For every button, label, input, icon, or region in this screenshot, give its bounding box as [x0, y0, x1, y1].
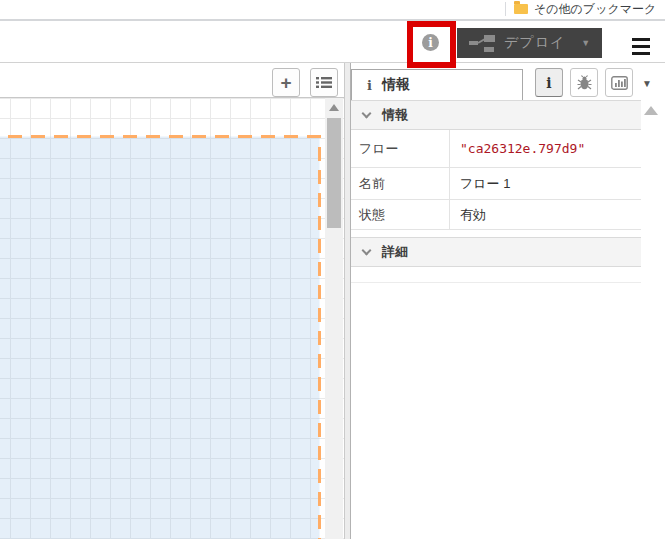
- node-red-editor: その他のブックマーク i デプロイ ▼ +: [0, 0, 665, 539]
- sidebar-info-button[interactable]: i: [535, 68, 563, 97]
- bar-chart-icon: [611, 76, 628, 90]
- browser-divider: [0, 19, 665, 21]
- sidebar-debug-button[interactable]: [570, 68, 598, 97]
- sidebar-options-caret-icon[interactable]: ▼: [642, 78, 652, 89]
- bookmarks-separator: [505, 2, 506, 16]
- deploy-options-caret-icon[interactable]: ▼: [581, 38, 590, 48]
- plus-icon: +: [280, 73, 291, 92]
- info-tab-label: 情報: [382, 76, 410, 94]
- section-header-details[interactable]: 詳細: [351, 237, 641, 267]
- section-info-title: 情報: [382, 106, 408, 124]
- chevron-down-icon: [362, 109, 372, 119]
- section-details-title: 詳細: [382, 243, 408, 261]
- section-header-info[interactable]: 情報: [351, 100, 641, 130]
- other-bookmarks-label[interactable]: その他のブックマーク: [534, 1, 656, 18]
- sidebar-chart-button[interactable]: [605, 68, 633, 97]
- info-tab-icon: i: [367, 78, 372, 93]
- canvas-scrollbar-thumb[interactable]: [327, 118, 341, 228]
- table-row-state: 状態 有効: [351, 200, 641, 230]
- table-row-flow: フロー "ca26312e.797d9": [351, 130, 641, 168]
- deploy-nodes-icon: [468, 32, 496, 54]
- flow-info-table: フロー "ca26312e.797d9" 名前 フロー 1 状態 有効: [351, 130, 641, 230]
- selected-flow-region[interactable]: [0, 98, 344, 539]
- scroll-up-arrow-icon[interactable]: [329, 104, 339, 111]
- info-icon: i: [546, 75, 551, 91]
- sidebar-scroll-up-arrow-icon[interactable]: [644, 106, 658, 115]
- canvas-sidebar-divider[interactable]: [344, 63, 351, 539]
- table-row-name: 名前 フロー 1: [351, 168, 641, 200]
- add-flow-button[interactable]: +: [272, 68, 300, 97]
- info-sidebar: i 情報 i ▼ 情報: [351, 63, 665, 539]
- flow-canvas[interactable]: [0, 98, 344, 539]
- flow-state-value: 有効: [450, 200, 641, 229]
- deploy-label: デプロイ: [504, 34, 565, 52]
- flow-list-button[interactable]: [310, 68, 338, 97]
- details-empty-row-border: [351, 268, 641, 283]
- browser-bookmarks-bar: その他のブックマーク: [0, 0, 665, 19]
- workspace-tabbar: +: [0, 63, 344, 98]
- sidebar-content: 情報 フロー "ca26312e.797d9" 名前 フロー 1 状態 有効: [351, 100, 665, 539]
- deploy-button[interactable]: デプロイ ▼: [457, 28, 602, 58]
- bug-icon: [577, 75, 592, 91]
- flow-name-value: フロー 1: [450, 168, 641, 199]
- main-menu-button[interactable]: [632, 38, 650, 55]
- list-icon: [316, 76, 332, 89]
- annotation-highlight-box: [407, 21, 456, 68]
- tab-info[interactable]: i 情報: [351, 69, 523, 100]
- chevron-down-icon: [362, 246, 372, 256]
- bookmarks-folder-icon[interactable]: [514, 4, 528, 14]
- row-label: 名前: [351, 168, 450, 199]
- row-label: フロー: [351, 130, 450, 167]
- canvas-scrollbar[interactable]: [325, 98, 343, 539]
- flow-id-value: "ca26312e.797d9": [450, 130, 641, 167]
- row-label: 状態: [351, 200, 450, 229]
- hamburger-icon: [632, 38, 650, 41]
